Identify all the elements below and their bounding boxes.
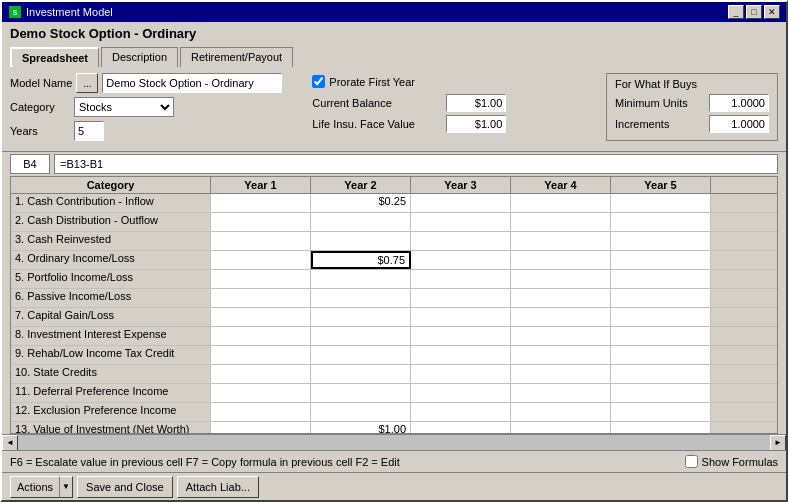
value-cell[interactable] [311, 289, 411, 307]
tab-description[interactable]: Description [101, 47, 178, 67]
show-formulas-checkbox[interactable] [685, 455, 698, 468]
table-row[interactable]: 2. Cash Distribution - Outflow [11, 213, 777, 232]
value-cell[interactable]: $1.00 [311, 422, 411, 433]
scroll-right-button[interactable]: ► [770, 435, 786, 451]
value-cell[interactable] [311, 403, 411, 421]
value-cell[interactable] [611, 327, 711, 345]
actions-dropdown[interactable]: Actions ▼ [10, 476, 73, 498]
value-cell[interactable] [511, 289, 611, 307]
value-cell[interactable] [411, 308, 511, 326]
value-cell[interactable] [411, 346, 511, 364]
table-row[interactable]: 10. State Credits [11, 365, 777, 384]
value-cell[interactable]: $0.75 [311, 251, 411, 269]
value-cell[interactable] [511, 384, 611, 402]
minimize-button[interactable]: _ [728, 5, 744, 19]
life-insu-input[interactable] [446, 115, 506, 133]
value-cell[interactable] [311, 308, 411, 326]
table-row[interactable]: 3. Cash Reinvested [11, 232, 777, 251]
table-row[interactable]: 1. Cash Contribution - Inflow$0.25 [11, 194, 777, 213]
value-cell[interactable] [411, 251, 511, 269]
value-cell[interactable]: $0.25 [311, 194, 411, 212]
save-close-button[interactable]: Save and Close [77, 476, 173, 498]
grid-body[interactable]: 1. Cash Contribution - Inflow$0.252. Cas… [11, 194, 777, 433]
value-cell[interactable] [211, 365, 311, 383]
current-balance-input[interactable] [446, 94, 506, 112]
value-cell[interactable] [611, 289, 711, 307]
min-units-input[interactable] [709, 94, 769, 112]
value-cell[interactable] [311, 327, 411, 345]
value-cell[interactable] [611, 422, 711, 433]
horizontal-scrollbar[interactable]: ◄ ► [2, 434, 786, 450]
value-cell[interactable] [511, 251, 611, 269]
value-cell[interactable] [511, 365, 611, 383]
value-cell[interactable] [411, 270, 511, 288]
value-cell[interactable] [211, 346, 311, 364]
table-row[interactable]: 4. Ordinary Income/Loss$0.75 [11, 251, 777, 270]
table-row[interactable]: 5. Portfolio Income/Loss [11, 270, 777, 289]
close-button[interactable]: ✕ [764, 5, 780, 19]
value-cell[interactable] [211, 251, 311, 269]
value-cell[interactable] [411, 422, 511, 433]
value-cell[interactable] [211, 213, 311, 231]
value-cell[interactable] [211, 289, 311, 307]
value-cell[interactable] [511, 422, 611, 433]
value-cell[interactable] [211, 194, 311, 212]
value-cell[interactable] [511, 232, 611, 250]
value-cell[interactable] [211, 232, 311, 250]
model-name-input[interactable] [102, 73, 282, 93]
value-cell[interactable] [411, 289, 511, 307]
table-row[interactable]: 6. Passive Income/Loss [11, 289, 777, 308]
actions-button[interactable]: Actions [10, 476, 59, 498]
value-cell[interactable] [511, 308, 611, 326]
value-cell[interactable] [311, 213, 411, 231]
table-row[interactable]: 8. Investment Interest Expense [11, 327, 777, 346]
value-cell[interactable] [411, 365, 511, 383]
value-cell[interactable] [611, 232, 711, 250]
value-cell[interactable] [611, 365, 711, 383]
value-cell[interactable] [411, 194, 511, 212]
value-cell[interactable] [411, 327, 511, 345]
table-row[interactable]: 7. Capital Gain/Loss [11, 308, 777, 327]
category-select[interactable]: Stocks [74, 97, 174, 117]
value-cell[interactable] [511, 327, 611, 345]
value-cell[interactable] [511, 270, 611, 288]
value-cell[interactable] [611, 403, 711, 421]
value-cell[interactable] [411, 384, 511, 402]
value-cell[interactable] [611, 251, 711, 269]
value-cell[interactable] [611, 346, 711, 364]
table-row[interactable]: 9. Rehab/Low Income Tax Credit [11, 346, 777, 365]
value-cell[interactable] [511, 346, 611, 364]
value-cell[interactable] [611, 194, 711, 212]
tab-spreadsheet[interactable]: Spreadsheet [10, 47, 99, 67]
value-cell[interactable] [311, 384, 411, 402]
value-cell[interactable] [511, 194, 611, 212]
tab-retirement-payout[interactable]: Retirement/Payout [180, 47, 293, 67]
table-row[interactable]: 13. Value of Investment (Net Worth)$1.00 [11, 422, 777, 433]
value-cell[interactable] [411, 232, 511, 250]
scroll-left-button[interactable]: ◄ [2, 435, 18, 451]
value-cell[interactable] [311, 346, 411, 364]
value-cell[interactable] [611, 384, 711, 402]
table-row[interactable]: 11. Deferral Preference Income [11, 384, 777, 403]
value-cell[interactable] [511, 213, 611, 231]
value-cell[interactable] [211, 308, 311, 326]
maximize-button[interactable]: □ [746, 5, 762, 19]
scroll-track[interactable] [18, 435, 770, 450]
value-cell[interactable] [311, 232, 411, 250]
value-cell[interactable] [311, 270, 411, 288]
value-cell[interactable] [211, 327, 311, 345]
cell-reference[interactable] [10, 154, 50, 174]
prorate-checkbox[interactable] [312, 75, 325, 88]
value-cell[interactable] [611, 213, 711, 231]
formula-input[interactable] [54, 154, 778, 174]
attach-liab-button[interactable]: Attach Liab... [177, 476, 259, 498]
years-input[interactable] [74, 121, 104, 141]
value-cell[interactable] [311, 365, 411, 383]
value-cell[interactable] [411, 403, 511, 421]
value-cell[interactable] [511, 403, 611, 421]
value-cell[interactable] [411, 213, 511, 231]
value-cell[interactable] [611, 308, 711, 326]
increments-input[interactable] [709, 115, 769, 133]
value-cell[interactable] [211, 422, 311, 433]
browse-button[interactable]: ... [76, 73, 98, 93]
